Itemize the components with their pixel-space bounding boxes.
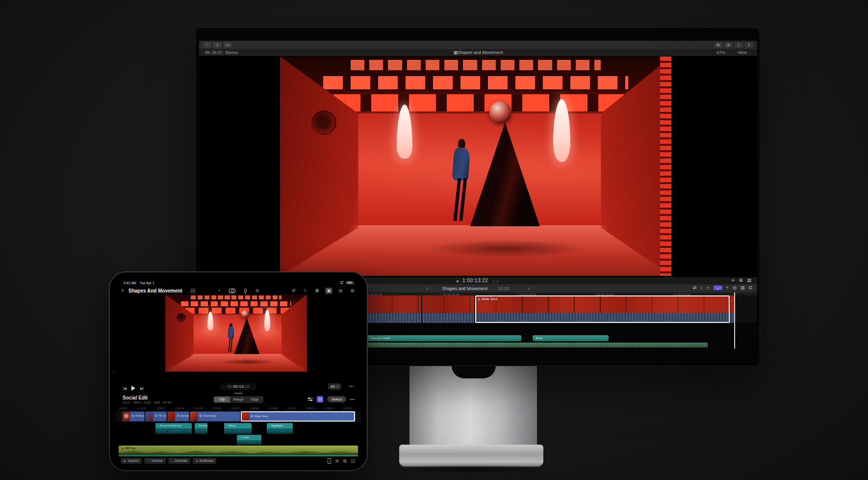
ipad: 9:41 AMTue Apr 1 ‹ Shapes And Movement ⋯… bbox=[109, 271, 368, 471]
ipad-timecode[interactable]: 00:00:13:22 bbox=[220, 383, 256, 390]
clip-thumbnail bbox=[123, 412, 130, 421]
fcp-toolbar: ◔↧⊙ ▤▥▯↥ bbox=[199, 41, 757, 49]
audio-clip[interactable]: Dramatic Swell bbox=[367, 335, 521, 341]
download-icon[interactable]: ↧ bbox=[213, 42, 222, 48]
multicam-button[interactable]: ⊞Multicam bbox=[193, 458, 216, 464]
animate-button[interactable]: ◇Animate bbox=[168, 458, 190, 464]
clip-icon bbox=[132, 415, 134, 417]
insert-icon[interactable]: + bbox=[726, 286, 729, 290]
audio-clip[interactable]: ◦ Room Ambience bbox=[155, 423, 192, 434]
ipad-timeline-ruler[interactable]: 0:00:010:00:020:00:030:00:040:00:050:00:… bbox=[116, 407, 361, 411]
next-project-button[interactable]: › bbox=[528, 286, 530, 291]
audio-clip[interactable]: ◦ Wind bbox=[224, 423, 252, 434]
video-clip[interactable]: Overhead bbox=[190, 411, 240, 422]
scene-porthole bbox=[311, 110, 336, 135]
viewer-zoom-control[interactable]: 43% bbox=[328, 383, 341, 390]
step-back-icon[interactable] bbox=[124, 384, 127, 393]
view-options-icon[interactable]: ▤ bbox=[747, 278, 751, 283]
audio-clip[interactable]: ◦ Highlight bbox=[267, 423, 293, 434]
segment-clip[interactable]: Clip bbox=[214, 397, 230, 402]
effects-icon[interactable]: ◎ bbox=[733, 286, 737, 290]
playhead[interactable] bbox=[734, 293, 735, 348]
trash-icon[interactable] bbox=[328, 460, 331, 464]
inspector-layout-icon[interactable]: ▯ bbox=[735, 42, 743, 48]
video-clip[interactable]: Hands bbox=[167, 411, 189, 422]
inspect-button[interactable]: ◧Inspect bbox=[121, 458, 142, 464]
audio-clip[interactable]: Wind bbox=[533, 335, 609, 341]
connect-tool-icon[interactable]: ⊡ bbox=[317, 396, 323, 402]
fullscreen-icon[interactable]: ⊡ bbox=[748, 286, 752, 290]
project-more-button[interactable]: ••• bbox=[350, 398, 355, 401]
media-icon[interactable]: ▣ bbox=[327, 289, 331, 293]
loop-icon[interactable]: ∞ bbox=[732, 278, 735, 283]
ruler-label: 0:00:09 bbox=[269, 407, 278, 410]
step-forward-icon[interactable] bbox=[140, 384, 143, 393]
audio-meters-icon[interactable]: ❘❘ bbox=[492, 279, 499, 283]
collapse-icon[interactable]: ⊖ bbox=[351, 289, 355, 293]
browser-layout-icon[interactable]: ▤ bbox=[714, 42, 722, 48]
clip-label: Hands bbox=[177, 414, 189, 417]
camera-icon[interactable] bbox=[229, 289, 235, 293]
skimming-icon[interactable]: ⇄ bbox=[693, 286, 697, 290]
audio-skimming-icon[interactable]: ♪ bbox=[700, 286, 703, 290]
scene-person bbox=[225, 323, 236, 352]
previous-project-button[interactable]: ‹ bbox=[427, 286, 428, 291]
segment-range[interactable]: Range bbox=[230, 397, 246, 402]
ceiling-lights-row bbox=[323, 76, 628, 90]
redo-icon-box[interactable]: ↻ bbox=[302, 288, 309, 294]
audio-clip[interactable]: ◦ Crash bbox=[237, 435, 261, 445]
share-icon[interactable]: ↥ bbox=[745, 42, 753, 48]
timeline-project-meta: 15:26 bbox=[498, 286, 510, 291]
adjust-icon[interactable] bbox=[307, 397, 313, 401]
timeline-project-title[interactable]: Shapes and Movement bbox=[442, 286, 492, 291]
browser-icon-box[interactable]: ⊞ bbox=[313, 288, 321, 294]
disable-icon[interactable]: ⊘ bbox=[335, 459, 339, 463]
picture-in-picture-icon[interactable]: ◫ bbox=[351, 459, 355, 463]
select-button[interactable]: Select bbox=[327, 396, 346, 402]
browser-icon[interactable]: ⊞ bbox=[315, 289, 319, 293]
clip-boundary bbox=[421, 295, 422, 323]
audio-waveform bbox=[267, 429, 293, 434]
meters-icon[interactable]: ▥ bbox=[740, 286, 745, 290]
video-clip[interactable]: Rolling Ball bbox=[122, 411, 145, 422]
selected-clip-wide-shot[interactable]: Wide Shot bbox=[475, 295, 730, 323]
segment-edge[interactable]: Edge bbox=[247, 397, 263, 402]
effects-icon-box[interactable]: ◎ bbox=[337, 288, 344, 294]
viewer-zoom-dropdown[interactable]: 47% bbox=[716, 50, 730, 55]
redo-icon[interactable]: ↻ bbox=[304, 289, 307, 293]
person-torso bbox=[228, 326, 234, 338]
multicam-icon: ⊞ bbox=[196, 458, 198, 464]
video-clip[interactable]: Tilt Up bbox=[145, 411, 167, 422]
viewer-view-dropdown[interactable]: View bbox=[738, 50, 751, 55]
ruler-label: 0:00:02 bbox=[137, 407, 146, 410]
undo-icon[interactable]: ↺ bbox=[292, 289, 296, 293]
collapse-icon-box[interactable]: ⊖ bbox=[349, 288, 356, 294]
effects-icon[interactable]: ◎ bbox=[339, 289, 343, 293]
ipad-status-bar: 9:41 AMTue Apr 1 bbox=[124, 280, 353, 285]
undo-icon-box[interactable]: ↺ bbox=[290, 288, 297, 294]
audio-clip[interactable]: ◦ Drums bbox=[195, 423, 207, 434]
audio-clip-label: ◦ Highlight bbox=[267, 423, 293, 428]
capture-icon[interactable]: ⊙ bbox=[255, 289, 259, 293]
edit-mode-segmented-control[interactable]: ClipRangeEdge bbox=[213, 396, 263, 403]
play-icon[interactable]: ▶ bbox=[457, 279, 460, 283]
video-clip[interactable]: Wide Shot bbox=[241, 411, 355, 422]
volume-button[interactable]: ∿Volume bbox=[144, 458, 165, 464]
tools-icon[interactable]: ⌄ bbox=[714, 286, 722, 290]
mic-icon[interactable] bbox=[244, 289, 247, 293]
timeline-layout-icon[interactable]: ▥ bbox=[724, 42, 733, 48]
import-icon[interactable]: ◔ bbox=[203, 42, 211, 48]
zoom-fit-icon[interactable]: ⊞ bbox=[739, 278, 743, 283]
media-icon-box[interactable]: ▣ bbox=[325, 288, 332, 294]
jog-icon[interactable]: ◔ bbox=[218, 289, 220, 293]
panel-drag-handle[interactable] bbox=[234, 393, 243, 394]
clip-thumbnail bbox=[242, 412, 249, 421]
timeline-right-icons: ⇄♪∩⌄+◎▥⊡ bbox=[693, 286, 752, 290]
music-clip[interactable]: ∿OK You bbox=[119, 446, 358, 454]
snapping-icon[interactable]: ∩ bbox=[707, 286, 710, 290]
keyword-icon[interactable]: ⊙ bbox=[224, 42, 232, 48]
transport-more-button[interactable]: ••• bbox=[349, 384, 354, 388]
play-button[interactable] bbox=[131, 386, 135, 391]
person-legs bbox=[452, 178, 469, 221]
overwrite-icon[interactable]: ⧉ bbox=[343, 459, 346, 463]
